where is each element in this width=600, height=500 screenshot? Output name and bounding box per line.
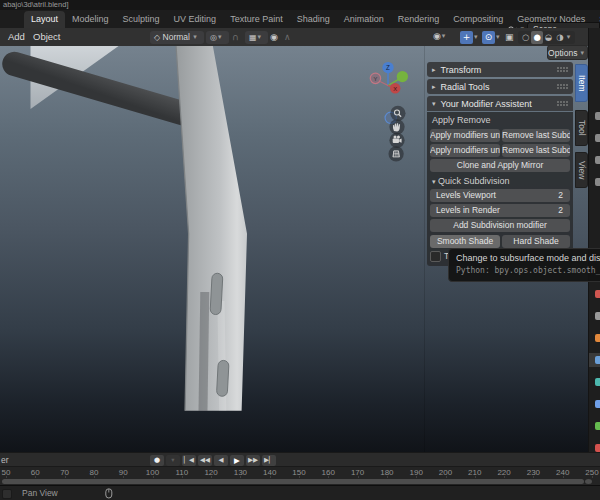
sidebar-tab-tool[interactable]: Tool bbox=[575, 110, 588, 146]
clone-apply-mirror-button[interactable]: Clone and Apply Mirror bbox=[430, 159, 570, 172]
gizmos-toggle[interactable]: +▾ bbox=[460, 31, 481, 44]
toggle-checkbox[interactable] bbox=[430, 251, 441, 262]
shading-solid-icon[interactable]: ● bbox=[531, 31, 542, 44]
axis-x-label: X bbox=[393, 86, 397, 92]
window-title: abajo\3d\atril.blend] bbox=[0, 0, 600, 10]
falloff-icon[interactable]: ∧ bbox=[284, 32, 291, 42]
overlays-icon: ⊙ bbox=[482, 31, 495, 44]
workspace-tab-uv-editing[interactable]: UV Editing bbox=[167, 11, 224, 28]
workspace-tab-modeling[interactable]: Modeling bbox=[65, 11, 116, 28]
play-reverse-button[interactable]: ◀ bbox=[214, 455, 228, 466]
levels-viewport-slider[interactable]: Levels Viewport2 bbox=[430, 189, 570, 202]
world-tab-icon[interactable] bbox=[595, 312, 600, 320]
modifiers-tab-icon[interactable] bbox=[595, 356, 600, 364]
physics-tab-icon[interactable] bbox=[595, 400, 600, 408]
smooth-shade-button[interactable]: Smooth Shade bbox=[430, 235, 500, 248]
visibility-icon: ◉ bbox=[433, 31, 441, 41]
prev-keyframe-button[interactable]: ◀◀ bbox=[198, 455, 212, 466]
view-layer-tab-icon[interactable] bbox=[595, 178, 600, 186]
camera-icon bbox=[394, 135, 397, 138]
add-subdivision-modifier-button[interactable]: Add Subdivision modifier bbox=[430, 219, 570, 232]
axis-y-pos-ball[interactable] bbox=[397, 71, 408, 82]
orientation-dropdown[interactable]: ◇ Normal ▾ bbox=[150, 31, 204, 44]
zoom-button[interactable] bbox=[390, 106, 405, 121]
jump-to-start-button[interactable]: ▏◀ bbox=[182, 455, 196, 466]
object-menu[interactable]: Object bbox=[33, 28, 60, 46]
particles-tab-icon[interactable] bbox=[595, 378, 600, 386]
panel-grip-icon[interactable] bbox=[557, 67, 568, 72]
expanded-arrow-icon: ▾ bbox=[432, 100, 436, 108]
hard-shade-button[interactable]: Hard Shade bbox=[502, 235, 570, 248]
panel-modifier-assistent[interactable]: ▾ Your Modifier Assistent bbox=[427, 96, 573, 111]
levels-viewport-value: 2 bbox=[558, 189, 563, 202]
panel-grip-icon[interactable] bbox=[557, 84, 568, 89]
axis-z-label: Z bbox=[386, 64, 390, 71]
workspace-tab-layout[interactable]: Layout bbox=[24, 11, 65, 28]
horizontal-scrollbar[interactable] bbox=[2, 479, 584, 484]
remove-last-subdiv-button-2[interactable]: Remove last Subdiv... bbox=[502, 144, 570, 157]
options-button[interactable]: Options▾ bbox=[547, 45, 588, 60]
proportional-edit-icon[interactable]: ◉ bbox=[270, 32, 278, 42]
properties-tab-strip bbox=[588, 28, 600, 452]
workspace-tab-compositing[interactable]: Compositing bbox=[446, 11, 510, 28]
render-tab-icon[interactable] bbox=[595, 134, 600, 142]
orientation-icon: ◇ bbox=[154, 33, 160, 42]
editor-corner-icon bbox=[2, 489, 12, 499]
apply-modifiers-button-2[interactable]: Apply modifiers unti... bbox=[430, 144, 500, 157]
output-tab-icon[interactable] bbox=[595, 156, 600, 164]
record-button[interactable]: ● bbox=[150, 455, 164, 466]
workspace-tab-shading[interactable]: Shading bbox=[290, 11, 337, 28]
magnet-snap-icon[interactable]: ∩ bbox=[232, 32, 239, 42]
quick-subdivision-section[interactable]: ▾ Quick Subdivision bbox=[432, 176, 510, 186]
workspace-tab-sculpting[interactable]: Sculpting bbox=[116, 11, 167, 28]
levels-render-value: 2 bbox=[558, 204, 563, 217]
shading-wireframe-icon[interactable]: ○ bbox=[520, 31, 531, 44]
snap-target-dropdown[interactable]: ◎▾ bbox=[206, 31, 229, 44]
next-keyframe-button[interactable]: ▶▶ bbox=[246, 455, 260, 466]
scrollbar-end-knob[interactable] bbox=[585, 479, 592, 484]
blender-window: abajo\3d\atril.blend] Layout Modeling Sc… bbox=[0, 0, 600, 500]
tooltip: Change to subsurface mode and display th… bbox=[448, 248, 600, 282]
scene-tab-icon[interactable] bbox=[595, 290, 600, 298]
sidebar-tab-view[interactable]: View bbox=[575, 152, 588, 188]
workspace-tab-texture-paint[interactable]: Texture Paint bbox=[223, 11, 290, 28]
panel-radial-tools[interactable]: ▸ Radial Tools bbox=[427, 79, 573, 94]
shading-rendered-icon[interactable]: ◑ bbox=[554, 31, 565, 44]
object-tab-icon[interactable] bbox=[595, 334, 600, 342]
camera-icon bbox=[393, 139, 399, 143]
overlays-toggle[interactable]: ⊙▾ bbox=[482, 31, 503, 44]
add-menu[interactable]: Add bbox=[8, 28, 25, 46]
tool-tab-icon[interactable] bbox=[595, 112, 600, 120]
marker-menu-partial[interactable]: er bbox=[1, 455, 9, 465]
topbar: Layout Modeling Sculpting UV Editing Tex… bbox=[0, 10, 600, 28]
play-button[interactable]: ▶ bbox=[230, 455, 244, 466]
timeline-scroll-row bbox=[0, 478, 600, 485]
xray-toggle-icon[interactable]: ▣ bbox=[505, 32, 514, 42]
apply-modifiers-button[interactable]: Apply modifiers unti... bbox=[430, 129, 500, 142]
remove-last-subdiv-button[interactable]: Remove last Subdiv... bbox=[502, 129, 570, 142]
keying-set-dropdown[interactable]: ▾ bbox=[166, 455, 180, 466]
snap-options-dropdown[interactable]: ▦▾ bbox=[245, 31, 268, 44]
shading-mode-switch: ○ ● ◒ ◑ ▾ bbox=[518, 31, 575, 44]
region-divider bbox=[424, 46, 425, 452]
collapsed-arrow-icon: ▸ bbox=[432, 83, 436, 91]
workspace-tab-rendering[interactable]: Rendering bbox=[391, 11, 447, 28]
shading-material-icon[interactable]: ◒ bbox=[543, 31, 554, 44]
workspace-tab-animation[interactable]: Animation bbox=[337, 11, 391, 28]
mouse-icon bbox=[105, 488, 113, 499]
snap-options-icon: ▦ bbox=[249, 33, 257, 42]
playback-controls: ● ▾ ▏◀ ◀◀ ◀ ▶ ▶▶ ▶▏ bbox=[150, 455, 276, 466]
levels-render-slider[interactable]: Levels in Render2 bbox=[430, 204, 570, 217]
panel-grip-icon[interactable] bbox=[557, 101, 568, 106]
object-data-tab-icon[interactable] bbox=[595, 422, 600, 430]
tooltip-python-hint: Python: bpy.ops.object.smooth_shade() bbox=[456, 266, 600, 275]
sidebar-tab-item[interactable]: Item bbox=[575, 64, 588, 102]
jump-to-end-button[interactable]: ▶▏ bbox=[262, 455, 276, 466]
chevron-down-icon: ▾ bbox=[193, 33, 197, 41]
timeline-header: er ● ▾ ▏◀ ◀◀ ◀ ▶ ▶▶ ▶▏ 1 Start1 End250 bbox=[0, 452, 600, 467]
panel-transform[interactable]: ▸ Transform bbox=[427, 62, 573, 77]
material-tab-icon[interactable] bbox=[595, 444, 600, 452]
snap-target-icon: ◎ bbox=[210, 33, 217, 42]
object-visibility-dropdown[interactable]: ◉▾ bbox=[433, 31, 448, 41]
viewport-header: Add Object ◇ Normal ▾ ◎▾ ∩ ▦▾ ◉ ∧ ◉▾ +▾ … bbox=[0, 28, 600, 47]
